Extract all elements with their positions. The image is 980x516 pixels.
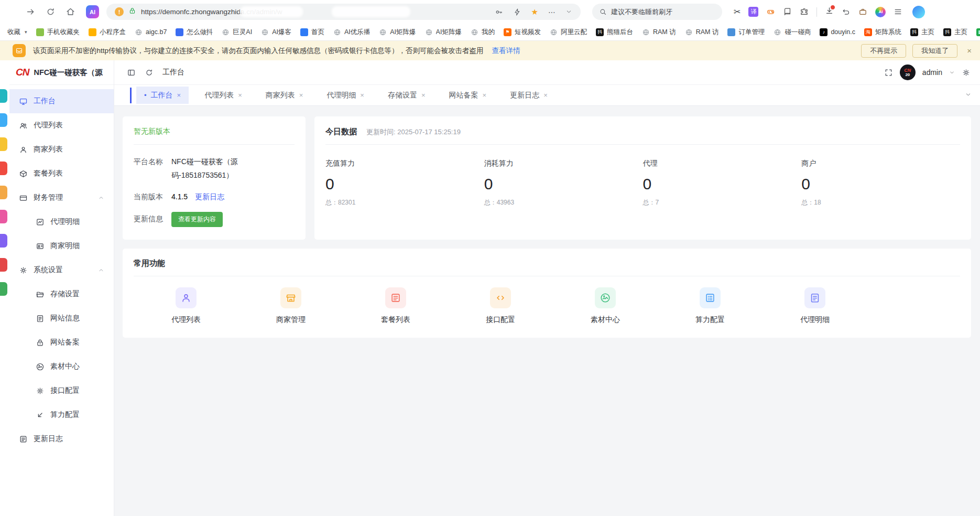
bookmark-item[interactable]: ▦ cli.im/im: [976, 28, 980, 36]
dock-app-icon[interactable]: [0, 137, 7, 151]
bookmark-item[interactable]: RAM 访: [642, 28, 676, 37]
chevron-up-icon[interactable]: [98, 267, 104, 273]
dock-app-icon[interactable]: [0, 113, 7, 127]
dock-app-icon[interactable]: [0, 162, 7, 175]
tab-close-icon[interactable]: ×: [543, 91, 548, 99]
quick-function-item[interactable]: 代理明细: [763, 287, 867, 325]
tab-close-icon[interactable]: ×: [177, 91, 181, 99]
page-tab[interactable]: 网站备案 ×: [441, 87, 495, 104]
game-center-icon[interactable]: [766, 7, 775, 16]
extensions-icon[interactable]: [800, 7, 809, 16]
sidebar-item[interactable]: 更新日志: [9, 427, 114, 451]
banner-close-icon[interactable]: ×: [967, 46, 972, 55]
changelog-link[interactable]: 更新日志: [195, 190, 224, 204]
page-tab[interactable]: 商家列表 ×: [258, 87, 311, 104]
dont-remind-button[interactable]: 不再提示: [861, 44, 906, 58]
tab-overflow-chevron-icon[interactable]: [965, 91, 972, 100]
bookmark-item[interactable]: 我的: [471, 28, 495, 37]
dock-app-icon[interactable]: [0, 234, 7, 248]
lock-icon[interactable]: [128, 7, 136, 17]
search-box[interactable]: 建议不要临睡前刷牙: [592, 4, 722, 20]
password-key-icon[interactable]: [495, 8, 503, 16]
fullscreen-icon[interactable]: [884, 68, 893, 77]
page-tab[interactable]: 存储设置 ×: [380, 87, 433, 104]
addressbar-dropdown-icon[interactable]: [565, 8, 572, 15]
sidebar-item[interactable]: 商家明细: [9, 234, 114, 258]
forward-button[interactable]: [22, 4, 39, 20]
bookmark-item[interactable]: 订单管理: [727, 28, 765, 37]
ai-circle-icon[interactable]: AI: [875, 7, 886, 17]
user-menu-chevron-icon[interactable]: [949, 70, 955, 76]
sidebar-item[interactable]: 网站备案: [9, 330, 114, 354]
page-tab[interactable]: • 工作台 ×: [136, 87, 189, 104]
bookmark-item[interactable]: 淘 矩阵系统: [864, 28, 901, 37]
bookmark-item[interactable]: aigc.b7: [135, 28, 167, 36]
bookmark-item[interactable]: 首页: [300, 28, 324, 37]
downloads-icon[interactable]: [825, 6, 834, 17]
quick-function-item[interactable]: 商家管理: [238, 287, 343, 325]
page-tab[interactable]: 更新日志 ×: [502, 87, 556, 104]
briefcase-icon[interactable]: [858, 7, 867, 16]
undo-icon[interactable]: [842, 7, 851, 16]
chevron-up-icon[interactable]: [98, 195, 104, 201]
tab-close-icon[interactable]: ×: [360, 91, 364, 99]
reload-button[interactable]: [42, 4, 59, 20]
address-bar[interactable]: ! https://demonfc.zhongwangzhida.cn/admi…: [106, 4, 581, 20]
sidebar-item[interactable]: 代理明细: [9, 210, 114, 234]
sidebar-item[interactable]: 财务管理: [9, 186, 114, 210]
quick-function-item[interactable]: 算力配置: [658, 287, 763, 325]
tab-close-icon[interactable]: ×: [299, 91, 303, 99]
quick-function-item[interactable]: 素材中心: [553, 287, 658, 325]
sidebar-item[interactable]: 接口配置: [9, 379, 114, 403]
bookmark-item[interactable]: 小程序盒: [89, 28, 126, 37]
bookmark-item[interactable]: 巨灵AI: [222, 28, 252, 37]
view-update-button[interactable]: 查看更新内容: [171, 212, 223, 227]
page-tab[interactable]: 代理明细 ×: [319, 87, 372, 104]
browser-profile-avatar[interactable]: [912, 6, 925, 18]
tab-close-icon[interactable]: ×: [483, 91, 487, 99]
translate-icon[interactable]: 译: [748, 7, 758, 17]
bookmark-item[interactable]: 抖 主页: [910, 28, 934, 37]
bookmark-item[interactable]: AI爆客: [261, 28, 291, 37]
tab-close-icon[interactable]: ×: [238, 91, 242, 99]
banner-details-link[interactable]: 查看详情: [492, 46, 520, 56]
dock-app-icon[interactable]: [0, 258, 7, 272]
bookmark-item[interactable]: 怎么做抖: [176, 28, 213, 37]
insecure-shield-icon[interactable]: !: [115, 7, 124, 16]
bookmark-item[interactable]: 阿里云配: [550, 28, 587, 37]
sidebar-item[interactable]: 套餐列表: [9, 162, 114, 186]
bookmark-item[interactable]: 收藏 ▾: [7, 28, 27, 37]
sidebar-item[interactable]: 素材中心: [9, 354, 114, 379]
bookmark-item[interactable]: AI优乐播: [333, 28, 370, 37]
reading-mode-icon[interactable]: [783, 7, 792, 16]
screenshot-scissors-icon[interactable]: ✂: [734, 7, 741, 17]
sidebar-item[interactable]: 存储设置: [9, 282, 114, 306]
flash-icon[interactable]: [513, 8, 521, 16]
bookmark-item[interactable]: 手机收藏夹: [36, 28, 80, 37]
bookmark-item[interactable]: 碰一碰商: [774, 28, 811, 37]
sidebar-item[interactable]: 网站信息: [9, 306, 114, 330]
tab-close-icon[interactable]: ×: [421, 91, 426, 99]
sidebar-item[interactable]: 算力配置: [9, 403, 114, 427]
sidebar-item[interactable]: 工作台: [9, 89, 114, 113]
dock-app-icon[interactable]: [0, 89, 7, 103]
sidebar-item[interactable]: 系统设置: [9, 258, 114, 282]
more-tools-icon[interactable]: ⋯: [548, 8, 556, 16]
settings-gear-icon[interactable]: [962, 68, 971, 77]
bookmark-item[interactable]: AI矩阵爆: [425, 28, 462, 37]
page-tab[interactable]: 代理列表 ×: [197, 87, 250, 104]
browser-menu-icon[interactable]: [894, 7, 902, 16]
bookmark-star-icon[interactable]: ★: [531, 7, 538, 17]
dock-app-icon[interactable]: [0, 282, 7, 296]
refresh-page-icon[interactable]: [145, 68, 154, 77]
home-button[interactable]: [62, 4, 79, 20]
username[interactable]: admin: [922, 68, 942, 77]
dock-app-icon[interactable]: [0, 186, 7, 199]
sidebar-item[interactable]: 代理列表: [9, 113, 114, 137]
user-avatar[interactable]: CN 20: [900, 64, 916, 80]
bookmark-item[interactable]: ⚑ 短视频发: [504, 28, 541, 37]
quick-function-item[interactable]: 代理列表: [134, 287, 238, 325]
search-suggestion-text[interactable]: 建议不要临睡前刷牙: [611, 7, 672, 17]
collapse-sidebar-icon[interactable]: [127, 68, 136, 77]
bookmark-item[interactable]: AI矩阵爆: [379, 28, 416, 37]
